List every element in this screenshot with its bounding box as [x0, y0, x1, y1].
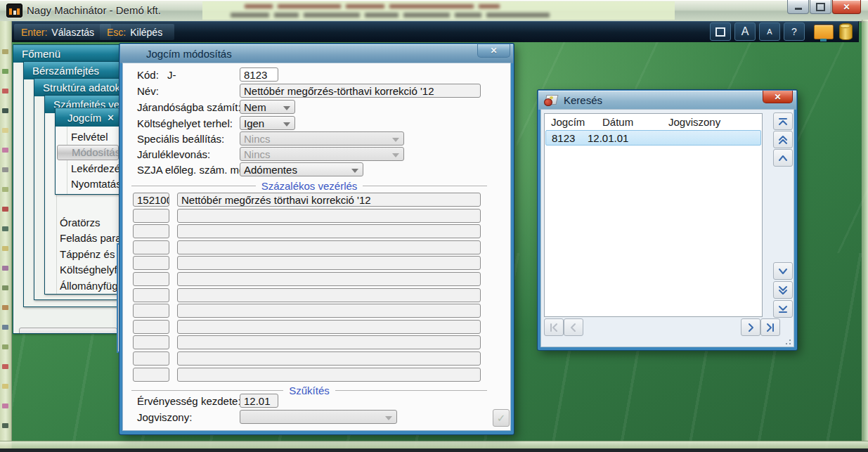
nav-first-button[interactable] — [544, 318, 564, 336]
search-result-row[interactable]: 812312.01.01 — [545, 130, 761, 146]
kereses-close-button[interactable]: ✕ — [763, 91, 793, 103]
window-fomenu-titlebar[interactable]: Főmenü — [13, 45, 120, 63]
percent-name-input[interactable] — [177, 256, 481, 270]
percent-name-input[interactable] — [177, 368, 481, 382]
ervenyesseg-input[interactable]: 12.01 — [240, 394, 278, 408]
resize-grip[interactable] — [784, 338, 792, 347]
hint-esc: Esc: Kilépés — [100, 24, 174, 40]
list-item[interactable]: Táppénz és betegs — [45, 246, 120, 262]
list-item[interactable]: Állományfüggé — [45, 278, 120, 294]
dialog-titlebar[interactable]: Jogcím módosítás ✕ — [120, 44, 513, 63]
percent-code-input[interactable] — [133, 335, 169, 349]
window-jogcim-titlebar[interactable]: Jogcím ✕ — [56, 108, 120, 127]
specialis-label: Speciális beállítás: — [137, 133, 224, 145]
database-tray-icon[interactable] — [839, 23, 853, 40]
percent-code-input[interactable] — [133, 272, 169, 286]
scroll-last-button[interactable] — [773, 300, 793, 318]
hint-esc-label: Kilépés — [130, 27, 162, 38]
specialis-dropdown[interactable]: Nincs — [240, 131, 404, 146]
scroll-page-down-button[interactable] — [773, 281, 793, 299]
font-increase-button[interactable]: A — [734, 22, 756, 41]
window-struktura-titlebar[interactable]: Struktúra adatok — [34, 79, 120, 96]
minimized-window-button[interactable]: Struktúra adatok — [19, 328, 117, 333]
font-decrease-button[interactable]: A — [759, 22, 780, 41]
scroll-first-button[interactable] — [773, 112, 793, 130]
hidden-window-icon — [2, 148, 8, 153]
monitor-tray-icon[interactable] — [814, 25, 834, 39]
percent-name-input[interactable] — [177, 304, 481, 318]
dialog-close-button[interactable]: ✕ — [477, 44, 510, 58]
percent-code-input[interactable] — [133, 351, 169, 366]
szja-dropdown[interactable]: Adómentes — [240, 162, 363, 176]
percent-control-rows: 152100Nettóbér megőrzés törthavi korrekc… — [133, 193, 481, 382]
nav-prev-button[interactable] — [564, 318, 583, 336]
hint-bar: Enter: Választás Esc: Kilépés A A ? — [9, 21, 859, 42]
section-szazalekos: Százalékos vezérlés — [131, 180, 487, 192]
list-item[interactable]: Egyéb struktúra — [45, 294, 120, 295]
percent-code-input[interactable]: 152100 — [133, 193, 169, 207]
percent-name-input[interactable] — [177, 224, 481, 238]
scroll-up-button[interactable] — [773, 149, 793, 167]
hidden-window-icon — [2, 403, 8, 408]
hidden-window-icon — [2, 266, 8, 271]
menu-item-módosítás[interactable]: Módosítás — [57, 145, 119, 161]
percent-code-input[interactable] — [133, 320, 169, 334]
window-frame — [862, 20, 868, 441]
percent-name-input[interactable]: Nettóbér megőrzés törthavi korrekció '12 — [177, 193, 481, 207]
list-item[interactable]: Feladás paramétere — [45, 231, 120, 247]
percent-name-input[interactable] — [177, 320, 481, 334]
percent-row — [133, 351, 481, 366]
percent-name-input[interactable] — [177, 209, 481, 223]
menu-item-felvétel[interactable]: Felvétel — [56, 129, 120, 145]
koltseghely-dropdown[interactable]: Igen — [240, 116, 295, 130]
minimize-button[interactable] — [787, 0, 809, 14]
window-berszamfejtes-titlebar[interactable]: Bérszámfejtés — [24, 62, 120, 79]
help-button[interactable]: ? — [784, 22, 805, 41]
scroll-down-button[interactable] — [773, 262, 793, 280]
section-szazalekos-title: Százalékos vezérlés — [261, 180, 358, 192]
koltseghely-label: Költséghelyet terhel: — [137, 117, 233, 129]
percent-row — [133, 288, 481, 302]
cell: 12.01.01 — [588, 132, 628, 144]
jogviszony-dropdown[interactable] — [240, 410, 397, 424]
percent-name-input[interactable] — [177, 240, 481, 254]
percent-code-input[interactable] — [133, 240, 169, 254]
scroll-page-up-button[interactable] — [773, 131, 793, 148]
column-datum[interactable]: Dátum — [602, 116, 633, 128]
list-item[interactable]: Költséghelyfügg — [45, 262, 120, 278]
percent-code-input[interactable] — [133, 368, 169, 382]
menu-item-nyomtatás[interactable]: Nyomtatás — [56, 176, 120, 193]
percent-row — [133, 240, 481, 254]
column-jogviszony[interactable]: Jogviszony — [668, 116, 720, 128]
percent-code-input[interactable] — [133, 304, 169, 318]
percent-name-input[interactable] — [177, 335, 481, 349]
column-jogcim[interactable]: Jogcím — [551, 116, 585, 128]
jarulek-dropdown[interactable]: Nincs — [240, 147, 404, 161]
app-titlebar[interactable]: Nagy Machinátor - Demó kft. ✕ — [0, 0, 868, 22]
percent-code-input[interactable] — [133, 256, 169, 270]
percent-code-input[interactable] — [133, 209, 169, 223]
search-results-list[interactable]: Jogcím Dátum Jogviszony 812312.01.01 — [544, 113, 763, 317]
percent-code-input[interactable] — [133, 288, 169, 302]
nav-last-button[interactable] — [760, 318, 780, 336]
percent-name-input[interactable] — [177, 272, 481, 286]
jarandosag-dropdown[interactable]: Nem — [240, 100, 295, 114]
background-window-strip — [0, 21, 12, 450]
percent-row — [133, 209, 481, 223]
restore-window-button[interactable] — [710, 22, 731, 41]
close-button[interactable]: ✕ — [832, 0, 861, 14]
kod-input[interactable]: 8123 — [240, 67, 278, 82]
percent-code-input[interactable] — [133, 224, 169, 238]
maximize-button[interactable] — [810, 0, 831, 14]
percent-name-input[interactable] — [177, 351, 481, 366]
list-item[interactable]: Óratörzs — [45, 214, 120, 231]
confirm-button[interactable]: ✓ — [493, 409, 510, 427]
menu-item-lekérdezés[interactable]: Lekérdezés — [56, 160, 120, 176]
percent-name-input[interactable] — [177, 288, 481, 302]
nav-next-button[interactable] — [741, 318, 760, 336]
jogcim-close-icon[interactable]: ✕ — [107, 112, 115, 123]
kereses-titlebar[interactable]: Keresés ✕ — [538, 91, 796, 110]
desktop: Nagy Machinátor - Demó kft. ✕ Enter: Vál… — [0, 0, 868, 452]
window-frame — [0, 448, 868, 452]
nev-input[interactable]: Nettóbér megőrzés-törthavi korrekció '12 — [240, 84, 481, 98]
